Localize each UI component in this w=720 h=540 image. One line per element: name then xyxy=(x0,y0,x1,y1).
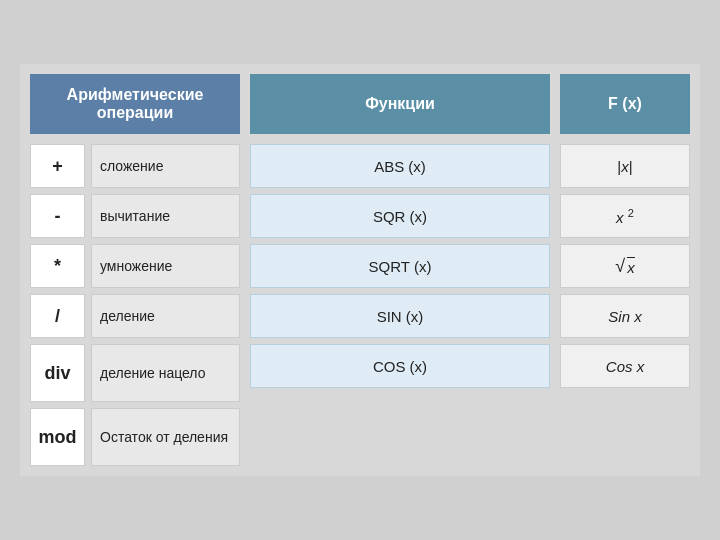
header-func: Функции xyxy=(250,74,550,134)
fx-abs: |x| xyxy=(560,144,690,188)
header-fx: F (x) xyxy=(560,74,690,134)
arith-row-div-int: div деление нацело xyxy=(30,344,240,402)
func-sin[interactable]: SIN (x) xyxy=(250,294,550,338)
arith-col: + сложение - вычитание * xyxy=(30,144,240,466)
label-add: сложение xyxy=(91,144,240,188)
symbol-sub[interactable]: - xyxy=(30,194,85,238)
arith-row-mul: * умножение xyxy=(30,244,240,288)
label-sub: вычитание xyxy=(91,194,240,238)
func-cos[interactable]: COS (x) xyxy=(250,344,550,388)
label-div-slash: деление xyxy=(91,294,240,338)
header-fx-label: F (x) xyxy=(608,95,642,113)
header-arith-label: Арифметические операции xyxy=(46,86,224,122)
arith-row-mod: mod Остаток от деления xyxy=(30,408,240,466)
func-sqrt[interactable]: SQRT (x) xyxy=(250,244,550,288)
header-arith: Арифметические операции xyxy=(30,74,240,134)
label-div-int: деление нацело xyxy=(91,344,240,402)
label-mod: Остаток от деления xyxy=(91,408,240,466)
func-abs[interactable]: ABS (x) xyxy=(250,144,550,188)
arith-row-sub: - вычитание xyxy=(30,194,240,238)
func-sqr[interactable]: SQR (x) xyxy=(250,194,550,238)
symbol-add[interactable]: + xyxy=(30,144,85,188)
header-func-label: Функции xyxy=(365,95,435,113)
label-mul: умножение xyxy=(91,244,240,288)
symbol-mod[interactable]: mod xyxy=(30,408,85,466)
symbol-div-int[interactable]: div xyxy=(30,344,85,402)
func-list: ABS (x) SQR (x) SQRT (x) SIN (x) COS (x) xyxy=(250,144,550,466)
fx-sqrt: √x xyxy=(560,244,690,288)
fx-sqr: x 2 xyxy=(560,194,690,238)
main-container: Арифметические операции Функции F (x) + … xyxy=(20,64,700,476)
symbol-mul[interactable]: * xyxy=(30,244,85,288)
arith-row-add: + сложение xyxy=(30,144,240,188)
arith-row-div: / деление xyxy=(30,294,240,338)
fx-list: |x| x 2 √x Sin x Cos x xyxy=(560,144,690,466)
fx-sin: Sin x xyxy=(560,294,690,338)
symbol-div-slash[interactable]: / xyxy=(30,294,85,338)
header-row: Арифметические операции Функции F (x) xyxy=(30,74,690,134)
fx-cos: Cos x xyxy=(560,344,690,388)
func-col: ABS (x) SQR (x) SQRT (x) SIN (x) COS (x) xyxy=(250,144,690,466)
content-row: + сложение - вычитание * xyxy=(30,144,690,466)
